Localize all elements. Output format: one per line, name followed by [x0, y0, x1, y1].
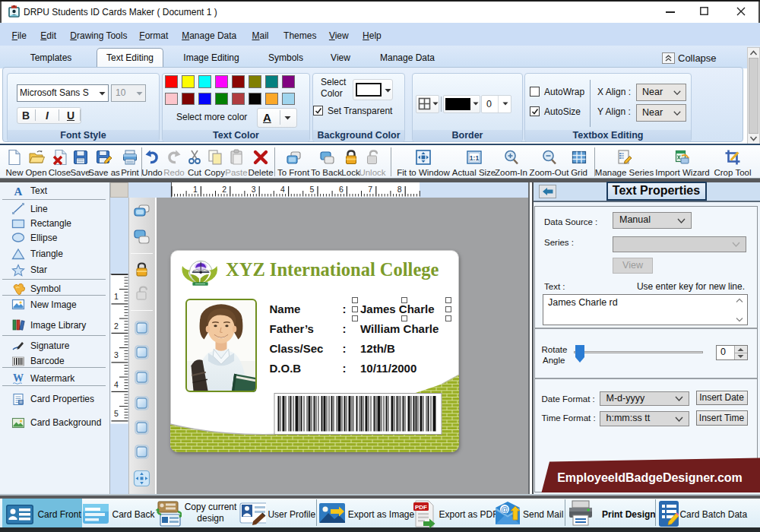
svg-text:4: 4: [114, 379, 119, 388]
svg-text:3: 3: [252, 185, 256, 194]
svg-text:1:1: 1:1: [469, 154, 479, 162]
svg-text:2: 2: [114, 321, 119, 330]
svg-text:EmployeeIdBadgeDesigner.com: EmployeeIdBadgeDesigner.com: [557, 471, 743, 484]
svg-text:A: A: [14, 185, 23, 198]
svg-text:2: 2: [222, 185, 226, 194]
svg-text:PDF: PDF: [415, 503, 427, 510]
svg-text:W: W: [13, 372, 24, 384]
svg-text:8: 8: [397, 185, 402, 194]
svg-text:4: 4: [280, 185, 285, 194]
svg-text:1: 1: [193, 185, 198, 194]
svg-text:6: 6: [339, 185, 344, 194]
svg-text:@: @: [501, 505, 508, 514]
svg-text:3: 3: [114, 350, 119, 359]
svg-text:5: 5: [114, 409, 119, 418]
svg-text:7: 7: [368, 185, 372, 194]
svg-text:5: 5: [309, 185, 314, 194]
svg-text:1: 1: [114, 292, 119, 301]
